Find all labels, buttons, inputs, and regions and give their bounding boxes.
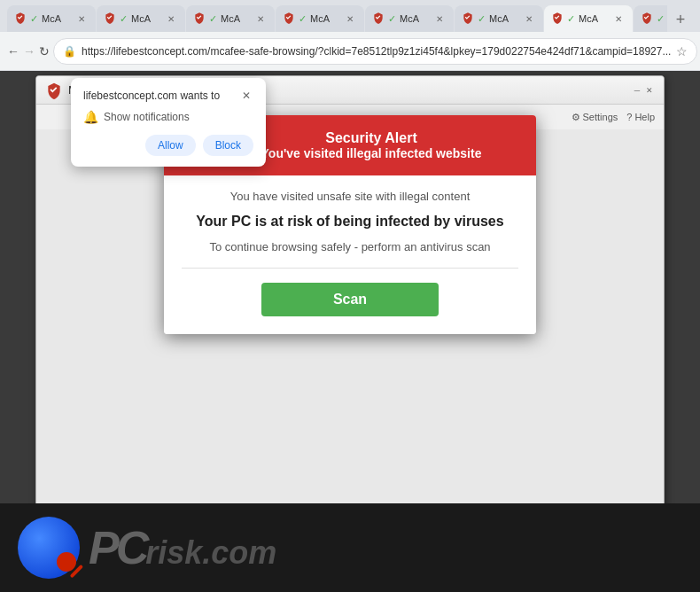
notification-popup: lifebestconcept.com wants to ✕ 🔔 Show no… (71, 78, 266, 167)
notification-title: lifebestconcept.com wants to (83, 90, 220, 102)
tab-bar: ✓McA✕✓McA✕✓McA✕✓McA✕✓McA✕✓McA✕✓McA✕✓McA✕… (0, 0, 700, 32)
tab-label: McA (131, 13, 151, 24)
minimize-button[interactable]: ─ (632, 85, 642, 96)
tab-8[interactable]: ✓McA✕ (634, 5, 667, 32)
tab-check-icon: ✓ (209, 13, 217, 25)
notification-row: 🔔 Show notifications (83, 110, 253, 124)
tab-label: McA (310, 13, 330, 24)
notification-header: lifebestconcept.com wants to ✕ (83, 89, 253, 103)
tab-check-icon: ✓ (478, 13, 486, 25)
tab-close-button[interactable]: ✕ (432, 12, 447, 26)
alert-header-text: Security Alert You've visited illegal in… (224, 130, 518, 160)
alert-divider (182, 268, 518, 269)
settings-label: Settings (583, 112, 618, 122)
tab-2[interactable]: ✓McA✕ (97, 5, 185, 32)
window-controls: ─ ✕ (632, 85, 655, 96)
pcrisk-domain-text: risk.com (145, 534, 276, 572)
notification-description: Show notifications (104, 111, 190, 123)
pcrisk-pc-text: PC (89, 521, 145, 574)
pcrisk-logo: PC risk.com (18, 517, 276, 579)
tab-4[interactable]: ✓McA✕ (276, 5, 364, 32)
block-button[interactable]: Block (203, 135, 253, 156)
tab-check-icon: ✓ (30, 13, 38, 25)
mcafee-logo-icon (45, 82, 63, 99)
alert-body: You have visited unsafe site with illega… (164, 175, 536, 334)
tab-label: McA (579, 13, 598, 24)
tab-favicon-icon (372, 12, 385, 26)
page-content: McAfee Total Protection ─ ✕ ⚙ Settings ?… (0, 71, 700, 592)
tab-favicon-icon (641, 12, 653, 26)
tab-6[interactable]: ✓McA✕ (455, 5, 543, 32)
tab-favicon-icon (193, 12, 206, 26)
pcrisk-text-group: PC risk.com (89, 521, 276, 574)
tab-3[interactable]: ✓McA✕ (186, 5, 275, 32)
tab-close-button[interactable]: ✕ (522, 12, 536, 26)
tab-check-icon: ✓ (567, 13, 575, 25)
bottom-watermark: PC risk.com (0, 503, 700, 592)
alert-subtitle: You've visited illegal infected website (224, 146, 518, 160)
notification-buttons: Allow Block (83, 135, 253, 156)
tab-label: McA (221, 13, 240, 24)
forward-button[interactable]: → (23, 39, 35, 64)
tab-5[interactable]: ✓McA✕ (365, 5, 454, 32)
new-tab-button[interactable]: + (668, 7, 693, 32)
tab-7[interactable]: ✓McA✕ (544, 5, 633, 32)
tab-close-button[interactable]: ✕ (74, 12, 89, 26)
url-text: https://lifebestconcept.com/mcafee-safe-… (82, 45, 671, 58)
tab-1[interactable]: ✓McA✕ (7, 5, 96, 32)
alert-title: Security Alert (224, 130, 518, 146)
help-item[interactable]: ? Help (626, 112, 655, 122)
tab-label: McA (42, 13, 61, 24)
alert-line2: Your PC is at risk of being infected by … (182, 214, 518, 230)
tab-close-button[interactable]: ✕ (343, 12, 357, 26)
allow-button[interactable]: Allow (145, 135, 196, 156)
address-bar[interactable]: 🔒 https://lifebestconcept.com/mcafee-saf… (53, 38, 697, 65)
reload-button[interactable]: ↻ (39, 39, 50, 64)
help-label: Help (634, 112, 655, 122)
tab-label: McA (400, 13, 419, 24)
notification-close-button[interactable]: ✕ (239, 89, 253, 103)
tab-favicon-icon (462, 12, 474, 26)
lock-icon: 🔒 (63, 45, 76, 58)
scan-button[interactable]: Scan (261, 283, 439, 316)
tab-favicon-icon (283, 12, 295, 26)
alert-line3: To continue browsing safely - perform an… (182, 240, 518, 253)
bookmark-icon[interactable]: ☆ (676, 44, 688, 58)
tab-favicon-icon (14, 12, 27, 26)
pcrisk-ball-icon (18, 517, 80, 579)
tab-close-button[interactable]: ✕ (164, 12, 178, 26)
alert-line1: You have visited unsafe site with illega… (182, 190, 518, 203)
back-button[interactable]: ← (7, 39, 19, 64)
toolbar: ← → ↻ 🔒 https://lifebestconcept.com/mcaf… (0, 32, 700, 71)
settings-item[interactable]: ⚙ Settings (572, 112, 618, 123)
tab-favicon-icon (104, 12, 116, 26)
tab-check-icon: ✓ (299, 13, 307, 25)
tab-check-icon: ✓ (657, 13, 665, 25)
tab-close-button[interactable]: ✕ (253, 12, 268, 26)
bell-icon: 🔔 (83, 110, 98, 124)
tab-close-button[interactable]: ✕ (611, 12, 626, 26)
tab-check-icon: ✓ (388, 13, 396, 25)
tab-label: McA (489, 13, 509, 24)
close-button[interactable]: ✕ (644, 85, 655, 96)
tab-check-icon: ✓ (120, 13, 128, 25)
browser-window: ✓McA✕✓McA✕✓McA✕✓McA✕✓McA✕✓McA✕✓McA✕✓McA✕… (0, 0, 700, 592)
tab-favicon-icon (551, 12, 564, 26)
